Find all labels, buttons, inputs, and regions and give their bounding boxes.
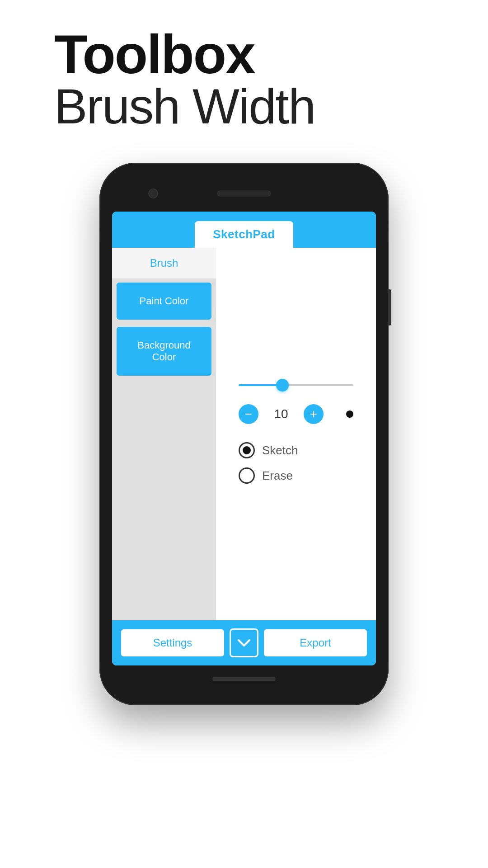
brush-value-display: 10 <box>272 407 290 421</box>
slider-track[interactable] <box>239 384 353 386</box>
sketch-radio-label: Sketch <box>262 443 298 458</box>
speaker-grill <box>217 190 271 197</box>
value-controls: − 10 + <box>239 404 353 424</box>
decrement-button[interactable]: − <box>239 404 258 424</box>
paint-color-button[interactable]: Paint Color <box>117 283 211 320</box>
app-bar: SketchPad <box>112 212 376 248</box>
background-color-button[interactable]: BackgroundColor <box>117 327 211 376</box>
brush-width-slider-container <box>230 384 362 386</box>
brush-preview-dot <box>346 410 353 418</box>
erase-radio-circle[interactable] <box>239 467 255 484</box>
bottom-bar: Settings Export <box>112 620 376 665</box>
sidebar-brush-label: Brush <box>112 248 216 279</box>
power-button <box>389 289 391 326</box>
sidebar: Brush Paint Color BackgroundColor <box>112 248 216 620</box>
phone-wrapper: SketchPad Brush Paint Color BackgroundCo… <box>0 163 488 705</box>
camera-icon <box>148 189 158 198</box>
slider-thumb[interactable] <box>276 379 289 392</box>
main-panel: − 10 + Sketch <box>216 248 376 620</box>
page-title-toolbox: Toolbox <box>54 27 488 81</box>
sketch-radio-circle[interactable] <box>239 442 255 458</box>
phone-screen: SketchPad Brush Paint Color BackgroundCo… <box>112 212 376 665</box>
page-title-brush: Brush Width <box>54 81 488 131</box>
settings-button[interactable]: Settings <box>121 629 224 656</box>
bottom-bezel <box>112 665 376 693</box>
erase-radio-label: Erase <box>262 469 293 483</box>
export-button[interactable]: Export <box>264 629 367 656</box>
app-content: Brush Paint Color BackgroundColor <box>112 248 376 620</box>
page-header: Toolbox Brush Width <box>0 0 488 149</box>
erase-radio-item[interactable]: Erase <box>239 467 298 484</box>
home-indicator <box>212 677 276 681</box>
chevron-down-button[interactable] <box>230 628 258 657</box>
mode-radio-group: Sketch Erase <box>230 442 298 484</box>
phone-shell: SketchPad Brush Paint Color BackgroundCo… <box>99 163 389 705</box>
increment-button[interactable]: + <box>304 404 324 424</box>
top-bezel <box>112 175 376 212</box>
app-title-tab: SketchPad <box>195 221 293 248</box>
sketch-radio-item[interactable]: Sketch <box>239 442 298 458</box>
